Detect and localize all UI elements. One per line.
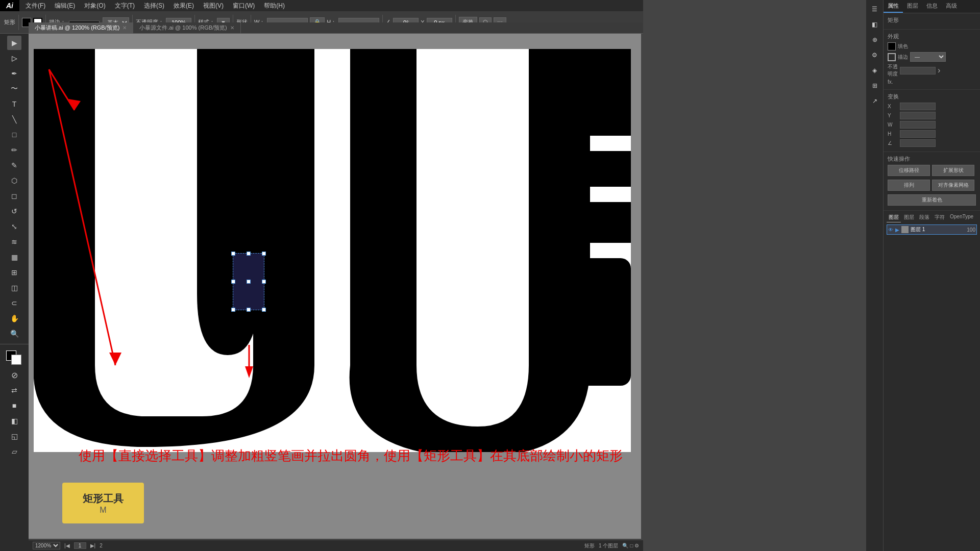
page-input[interactable]: [74, 542, 86, 549]
ltab-paragraph[interactable]: 段落: [917, 213, 932, 222]
selected-rectangle[interactable]: [233, 253, 264, 310]
fill-color[interactable]: [888, 42, 896, 51]
h-row: H 12.25 px: [888, 130, 976, 138]
ltab-character[interactable]: 字符: [933, 213, 947, 222]
color-icon[interactable]: ◈: [868, 63, 882, 78]
handle-br[interactable]: [262, 308, 266, 312]
shaper-tool[interactable]: ⬡: [7, 173, 21, 188]
pixel-align-btn[interactable]: 对齐像素网格: [932, 180, 974, 191]
line-tool[interactable]: ╲: [7, 112, 21, 127]
swap-icon[interactable]: ⇄: [7, 383, 21, 397]
opacity-row: 不透明度 100% ›: [888, 63, 976, 78]
handle-tm[interactable]: [247, 252, 251, 256]
tabs-bar: 小暴讲稿.ai @ 1200% (RGB/预览) ✕ 小暴源文件.ai @ 10…: [29, 22, 643, 34]
tab-2[interactable]: 小暴源文件.ai @ 100% (RGB/预览) ✕: [133, 22, 240, 34]
ltab-layers[interactable]: 图层: [887, 213, 901, 222]
align-btn[interactable]: 位移路径: [888, 165, 930, 176]
none-icon[interactable]: ⊘: [7, 368, 21, 382]
app-logo: Ai: [0, 0, 19, 11]
rect-tool[interactable]: □: [7, 128, 21, 142]
rotate-tool[interactable]: ↺: [7, 204, 21, 218]
tab-2-close[interactable]: ✕: [230, 25, 234, 31]
color-mode-btn[interactable]: ■: [7, 398, 21, 413]
warp-tool[interactable]: ≋: [7, 235, 21, 249]
zoom-select[interactable]: 1200%: [33, 542, 60, 549]
stroke-type-select[interactable]: —: [910, 52, 946, 62]
menu-edit[interactable]: 编辑(E): [51, 1, 79, 11]
rtab-properties[interactable]: 属性: [884, 0, 903, 13]
rtab-layers[interactable]: 图层: [903, 0, 922, 13]
handle-tl[interactable]: [231, 252, 235, 256]
properties-icon[interactable]: ☰: [868, 2, 882, 16]
stroke-color[interactable]: [888, 53, 896, 61]
layer-row-1[interactable]: 👁 ▶ 图层 1 100: [887, 224, 977, 235]
status-icons: 🔍 □ ⚙: [622, 543, 639, 548]
handle-bm[interactable]: [247, 308, 251, 312]
y-input[interactable]: 1280.708: [900, 112, 936, 119]
select-tool[interactable]: ▶: [7, 36, 21, 50]
mesh-tool[interactable]: ⊞: [7, 265, 21, 280]
hand-tool[interactable]: ✋: [7, 311, 21, 325]
opacity-arrow[interactable]: ›: [938, 66, 940, 75]
tab-1[interactable]: 小暴讲稿.ai @ 1200% (RGB/预览) ✕: [29, 22, 133, 34]
x-input[interactable]: 475.042: [900, 103, 936, 110]
assets-icon[interactable]: ⊕: [868, 33, 882, 47]
menu-view[interactable]: 视图(V): [199, 1, 228, 11]
menu-help[interactable]: 帮助(H): [260, 1, 289, 11]
menu-file[interactable]: 文件(F): [21, 1, 50, 11]
h-rpanel-input[interactable]: 12.25 px: [900, 130, 936, 138]
handle-tr[interactable]: [262, 252, 266, 256]
align-icon[interactable]: ⊞: [868, 79, 882, 93]
direct-select-tool[interactable]: ▷: [7, 51, 21, 65]
type-tool[interactable]: T: [7, 97, 21, 111]
y-label: Y: [888, 113, 898, 118]
pencil-tool[interactable]: ✎: [7, 158, 21, 172]
w-rpanel-input[interactable]: 6.583 px: [900, 121, 936, 129]
rtab-advanced[interactable]: 高级: [942, 0, 961, 13]
pen-tool[interactable]: ✒: [7, 66, 21, 81]
handle-bl[interactable]: [231, 308, 235, 312]
rtab-info[interactable]: 信息: [922, 0, 942, 13]
arrange-btn[interactable]: 排列: [888, 180, 930, 191]
eraser-tool[interactable]: ◻: [7, 189, 21, 203]
panel-stroke[interactable]: [11, 355, 21, 365]
gradient-tool[interactable]: ◫: [7, 281, 21, 295]
h-rpanel-label: H: [888, 131, 898, 137]
angle-rpanel-input[interactable]: 0°: [900, 139, 936, 147]
right-tabs: 属性 图层 信息 高级: [884, 0, 980, 13]
artboard-tool[interactable]: ▱: [7, 444, 21, 459]
recolor-btn[interactable]: 重新着色: [888, 194, 976, 206]
zoom-tool[interactable]: 🔍: [7, 327, 21, 341]
graph-tool[interactable]: ▦: [7, 250, 21, 264]
handle-ml[interactable]: [231, 280, 235, 284]
scale-tool[interactable]: ⤡: [7, 219, 21, 234]
menu-type[interactable]: 文字(T): [111, 1, 139, 11]
menu-items: 文件(F) 编辑(E) 对象(O) 文字(T) 选择(S) 效果(E) 视图(V…: [19, 1, 291, 11]
opacity-rpanel-input[interactable]: 100%: [900, 67, 936, 74]
layer-expand[interactable]: ▶: [895, 227, 899, 233]
menu-window[interactable]: 窗口(W): [229, 1, 259, 11]
paintbrush-tool[interactable]: ✏: [7, 143, 21, 157]
w-row: W 6.583 px: [888, 121, 976, 129]
handle-mr[interactable]: [262, 280, 266, 284]
settings-icon[interactable]: ⚙: [868, 48, 882, 62]
ltab-layers2[interactable]: 图层: [902, 213, 916, 222]
curvature-tool[interactable]: 〜: [7, 82, 21, 96]
blend-tool[interactable]: ⊂: [7, 296, 21, 310]
none-mode-btn[interactable]: ◱: [7, 429, 21, 443]
gradient-mode-btn[interactable]: ◧: [7, 414, 21, 428]
fx-row: fx.: [888, 79, 976, 85]
layers-icon[interactable]: ◧: [868, 17, 882, 32]
menu-select[interactable]: 选择(S): [140, 1, 168, 11]
ltab-opentype[interactable]: OpenType: [948, 213, 975, 222]
transform-icon[interactable]: ↗: [868, 94, 882, 108]
menu-object[interactable]: 对象(O): [80, 1, 109, 11]
expand-btn[interactable]: 扩展形状: [932, 165, 974, 176]
menu-effect[interactable]: 效果(E): [169, 1, 198, 11]
fill-row: 填色: [888, 42, 976, 51]
tab-1-close[interactable]: ✕: [122, 25, 127, 31]
handle-mm[interactable]: [247, 280, 251, 284]
layer-color: [901, 226, 909, 233]
quick-actions-section: 快速操作 位移路径 扩展形状 排列 对齐像素网格 重新着色: [884, 152, 980, 211]
layer-visibility[interactable]: 👁: [888, 227, 893, 233]
